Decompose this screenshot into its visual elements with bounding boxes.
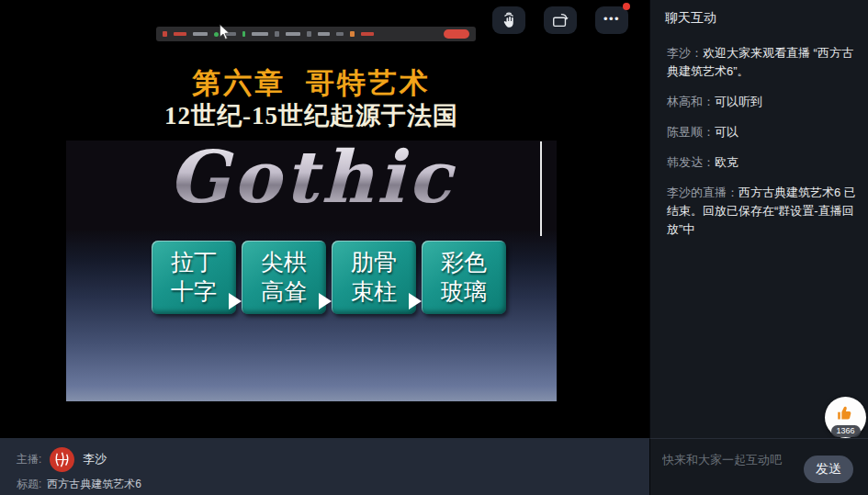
flow-box-pointed-arch: 尖栱 高耸 xyxy=(242,241,326,314)
presenter-screenshare-toolbar xyxy=(156,27,476,41)
toolbar-exit-label-glyph xyxy=(361,32,374,36)
flow-box-latin-cross: 拉丁 十字 xyxy=(152,241,236,314)
slide-chapter-title: 第六章 哥特艺术 xyxy=(66,64,557,103)
slide-subtitle: 12世纪-15世纪起源于法国 xyxy=(66,99,557,132)
chat-message: 韩发达：欧克 xyxy=(667,153,862,172)
chat-message: 陈昱顺：可以 xyxy=(667,123,862,141)
seal-avatar-icon xyxy=(49,446,75,473)
stream-title-value: 西方古典建筑艺术6 xyxy=(47,477,141,492)
text-caret-line xyxy=(540,141,542,236)
chat-panel: 聊天互动 李沙：欢迎大家来观看直播 “西方古典建筑艺术6”。 林高和：可以听到 … xyxy=(649,0,868,495)
chat-input-bar: 发送 xyxy=(649,438,868,495)
toolbar-glyph xyxy=(318,32,330,36)
gothic-banner-text: Gothic xyxy=(66,135,557,219)
chat-sender-name: 韩发达： xyxy=(667,155,715,169)
toolbar-glyph xyxy=(307,31,311,37)
raise-hand-icon xyxy=(499,11,519,29)
toolbar-more-glyph xyxy=(336,32,344,36)
flow-arrow-icon xyxy=(409,293,422,309)
toolbar-mic-icon xyxy=(242,31,245,37)
toolbar-end-live-button xyxy=(444,29,469,39)
toolbar-glyph xyxy=(275,31,279,37)
send-button[interactable]: 发送 xyxy=(804,456,853,483)
like-button[interactable]: 1366 xyxy=(825,397,866,438)
ellipsis-icon: ••• xyxy=(603,13,620,28)
live-stream-window: 第六章 哥特艺术 12世纪-15世纪起源于法国 Gothic 拉丁 十字 尖栱 … xyxy=(0,0,868,495)
toolbar-record-icon xyxy=(163,31,167,37)
thumbs-up-icon xyxy=(835,403,855,423)
rotate-screen-button[interactable] xyxy=(544,6,577,34)
flow-box-text: 十字 xyxy=(171,277,217,308)
chat-message: 李沙：欢迎大家来观看直播 “西方古典建筑艺术6”。 xyxy=(667,44,862,81)
flow-box-rib-vault: 肋骨 束柱 xyxy=(332,241,416,314)
voice-interact-button[interactable] xyxy=(492,6,525,34)
host-name: 李沙 xyxy=(83,451,107,467)
notification-dot xyxy=(623,3,630,10)
chat-message-text: 可以 xyxy=(715,125,738,139)
toolbar-live-label-glyph xyxy=(174,32,186,36)
chat-message: 林高和：可以听到 xyxy=(667,93,862,111)
flow-box-text: 彩色 xyxy=(441,248,487,278)
toolbar-glyph xyxy=(286,32,300,36)
flow-box-text: 尖栱 xyxy=(261,248,307,278)
flow-box-stained-glass: 彩色 玻璃 xyxy=(422,241,506,314)
stream-title-label: 标题: xyxy=(17,477,41,492)
flow-box-text: 肋骨 xyxy=(351,248,397,278)
flow-arrow-icon xyxy=(319,293,332,309)
host-avatar[interactable] xyxy=(49,446,75,473)
toolbar-exit-icon xyxy=(350,31,355,37)
live-video-area: 第六章 哥特艺术 12世纪-15世纪起源于法国 Gothic 拉丁 十字 尖栱 … xyxy=(0,0,649,438)
flow-box-text: 玻璃 xyxy=(441,277,487,308)
chat-panel-title: 聊天互动 xyxy=(665,10,716,27)
chat-sender-name: 李沙的直播： xyxy=(667,186,738,199)
chat-message-list[interactable]: 李沙：欢迎大家来观看直播 “西方古典建筑艺术6”。 林高和：可以听到 陈昱顺：可… xyxy=(667,44,862,251)
chat-message-text: 欧克 xyxy=(715,155,738,169)
chat-message-text: 可以听到 xyxy=(715,95,762,108)
flow-box-text: 拉丁 xyxy=(171,248,217,278)
more-options-button[interactable]: ••• xyxy=(595,6,628,34)
like-count-badge: 1366 xyxy=(830,425,860,437)
chat-sender-name: 林高和： xyxy=(667,95,715,108)
toolbar-glyph xyxy=(252,32,268,36)
chat-system-message: 李沙的直播：西方古典建筑艺术6 已结束。回放已保存在“群设置-直播回放”中 xyxy=(667,184,862,239)
flow-arrow-icon xyxy=(229,293,242,309)
flow-box-text: 高耸 xyxy=(261,277,307,308)
toolbar-timer-glyph xyxy=(193,32,208,36)
host-info-bar: 主播: 李沙 标题: 西方古典建筑艺术6 xyxy=(0,438,649,495)
mouse-cursor-icon xyxy=(219,24,231,40)
chat-message-input[interactable] xyxy=(662,448,800,470)
rotate-screen-icon xyxy=(550,11,570,29)
flow-box-text: 束柱 xyxy=(351,277,397,308)
chat-sender-name: 陈昱顺： xyxy=(667,125,715,139)
host-label: 主播: xyxy=(17,452,41,467)
chat-sender-name: 李沙： xyxy=(667,46,703,60)
